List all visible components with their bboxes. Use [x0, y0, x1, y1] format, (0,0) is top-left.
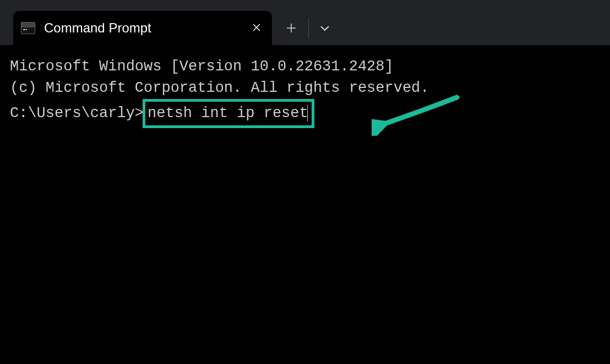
version-line: Microsoft Windows [Version 10.0.22631.24… — [10, 56, 600, 78]
tab-command-prompt[interactable]: Command Prompt — [13, 11, 272, 45]
close-icon — [252, 23, 261, 32]
prompt-path: C:\Users\carly> — [10, 103, 144, 124]
divider — [308, 18, 309, 38]
terminal-output[interactable]: Microsoft Windows [Version 10.0.22631.24… — [0, 45, 610, 139]
copyright-line: (c) Microsoft Corporation. All rights re… — [10, 78, 600, 99]
plus-icon — [286, 23, 296, 33]
tab-title: Command Prompt — [44, 20, 247, 36]
chevron-down-icon — [320, 25, 330, 31]
tab-dropdown-button[interactable] — [311, 19, 339, 37]
command-highlight: netsh int ip reset — [143, 99, 314, 128]
titlebar: Command Prompt — [0, 0, 610, 45]
new-tab-button[interactable] — [276, 15, 306, 41]
tab-controls — [276, 11, 339, 45]
terminal-icon — [21, 22, 35, 34]
text-cursor — [307, 105, 308, 122]
prompt-line: C:\Users\carly>netsh int ip reset — [10, 99, 600, 128]
close-tab-button[interactable] — [247, 19, 266, 38]
command-text: netsh int ip reset — [148, 105, 308, 122]
